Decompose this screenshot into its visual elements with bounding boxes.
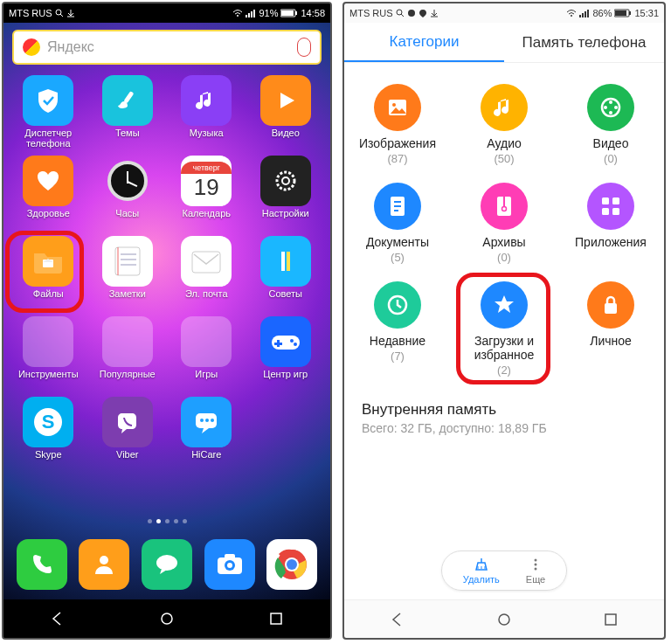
svg-rect-71: [612, 197, 619, 204]
dock-phone[interactable]: [17, 539, 67, 590]
delete-button[interactable]: Удалить: [463, 557, 500, 585]
storage-title: Внутренняя память: [362, 401, 647, 419]
app-заметки[interactable]: Заметки: [88, 236, 168, 316]
category-doc[interactable]: Документы(5): [344, 174, 451, 273]
lock-icon: [587, 281, 634, 329]
recent-icon: [374, 281, 421, 329]
image-icon: [374, 84, 421, 131]
app-диспетчер-телефона[interactable]: Диспетчер телефона: [9, 75, 88, 156]
svg-line-46: [401, 14, 404, 17]
svg-point-79: [499, 614, 509, 625]
app-label: Эл. почта: [185, 288, 228, 299]
svg-point-31: [205, 419, 209, 422]
svg-rect-5: [251, 11, 252, 17]
search-bar[interactable]: Яндекс: [12, 30, 322, 65]
app-часы[interactable]: Часы: [88, 156, 168, 236]
folder-icon: [23, 316, 73, 367]
svg-point-47: [408, 10, 415, 17]
battery-text: 86%: [592, 8, 612, 18]
microphone-icon[interactable]: [297, 38, 311, 57]
category-zip[interactable]: Архивы(0): [451, 174, 557, 273]
home-button[interactable]: [155, 606, 179, 631]
app-hicare[interactable]: HiCare: [167, 397, 246, 477]
app-viber[interactable]: Viber: [88, 397, 168, 477]
app-файлы[interactable]: Файлы: [9, 236, 88, 316]
app-label: Календарь: [182, 208, 231, 218]
navigation-bar: [344, 599, 664, 638]
battery-icon: [614, 9, 632, 17]
tab-bar: Категории Память телефона: [344, 23, 664, 63]
category-image[interactable]: Изображения(87): [344, 75, 451, 174]
dock-camera[interactable]: [204, 539, 255, 590]
category-recent[interactable]: Недавние(7): [344, 273, 451, 385]
category-label: Приложения: [575, 235, 647, 249]
category-apps[interactable]: Приложения: [557, 174, 664, 273]
svg-rect-19: [192, 252, 220, 273]
info-icon: [260, 236, 311, 287]
category-music[interactable]: Аудио(50): [451, 75, 557, 174]
bottom-actions: Удалить Еще: [344, 544, 664, 599]
search-placeholder: Яндекс: [47, 39, 297, 55]
app-советы[interactable]: Советы: [246, 236, 326, 316]
storage-detail: Всего: 32 ГБ, доступно: 18,89 ГБ: [362, 421, 647, 435]
skype-icon: [407, 9, 416, 17]
tab-categories[interactable]: Категории: [344, 23, 504, 62]
chat-icon: [181, 397, 232, 447]
app-skype[interactable]: SSkype: [9, 397, 88, 477]
svg-rect-75: [605, 303, 617, 314]
app-видео[interactable]: Видео: [246, 75, 326, 156]
app-темы[interactable]: Темы: [88, 75, 168, 156]
category-count: (2): [497, 364, 511, 377]
more-button[interactable]: Еще: [526, 557, 545, 585]
category-star[interactable]: Загрузки и избранное(2): [451, 273, 557, 385]
app-инструменты[interactable]: Инструменты: [9, 316, 88, 397]
phone-homescreen: MTS RUS 91% 14:58 Яндекс Диспетчер телеф…: [2, 2, 332, 640]
svg-point-78: [534, 568, 536, 571]
svg-rect-44: [271, 613, 281, 624]
dock-messages[interactable]: [142, 539, 192, 590]
status-bar: MTS RUS 86% 15:31: [344, 3, 664, 23]
svg-rect-6: [253, 10, 255, 17]
recent-button[interactable]: [264, 606, 288, 631]
battery-text: 91%: [259, 8, 278, 18]
app-эл-почта[interactable]: Эл. почта: [167, 236, 246, 316]
app-label: Видео: [272, 128, 300, 138]
category-count: (0): [604, 152, 618, 165]
app-grid: Диспетчер телефонаТемыМузыкаВидеоЗдоровь…: [3, 72, 330, 512]
tab-storage[interactable]: Память телефона: [504, 23, 664, 62]
svg-rect-36: [225, 554, 235, 559]
category-label: Архивы: [482, 235, 525, 249]
svg-point-76: [534, 559, 536, 562]
battery-icon: [280, 9, 298, 17]
category-lock[interactable]: Личное: [557, 273, 664, 385]
shield-icon: [23, 75, 73, 126]
dock-contacts[interactable]: [79, 539, 129, 590]
back-button[interactable]: [385, 607, 410, 632]
category-film[interactable]: Видео(0): [557, 75, 664, 174]
app-игры[interactable]: Игры: [167, 316, 246, 397]
svg-rect-3: [246, 15, 247, 17]
home-button[interactable]: [492, 607, 516, 632]
broom-icon: [473, 557, 490, 572]
mail-icon: [181, 236, 232, 287]
svg-line-1: [60, 14, 63, 17]
recent-button[interactable]: [598, 607, 623, 632]
app-популярные[interactable]: Популярные: [88, 316, 168, 397]
app-настройки[interactable]: Настройки: [246, 156, 326, 236]
internal-storage-row[interactable]: Внутренняя память Всего: 32 ГБ, доступно…: [344, 389, 664, 447]
app-здоровье[interactable]: Здоровье: [9, 156, 88, 236]
svg-point-59: [609, 100, 612, 104]
clock-text: 14:58: [301, 8, 325, 18]
app-центр-игр[interactable]: Центр игр: [246, 316, 326, 397]
svg-point-42: [287, 559, 297, 570]
app-label: Skype: [35, 449, 62, 460]
folder-icon: [23, 236, 73, 287]
dock-chrome[interactable]: [266, 539, 317, 590]
back-button[interactable]: [45, 606, 70, 631]
category-label: Личное: [590, 334, 632, 348]
app-музыка[interactable]: Музыка: [167, 75, 246, 156]
homescreen-area: Яндекс Диспетчер телефонаТемыМузыкаВидео…: [3, 23, 330, 599]
app-календарь[interactable]: четверг19Календарь: [167, 156, 246, 236]
gamepad-icon: [260, 316, 311, 367]
svg-point-25: [290, 339, 294, 343]
